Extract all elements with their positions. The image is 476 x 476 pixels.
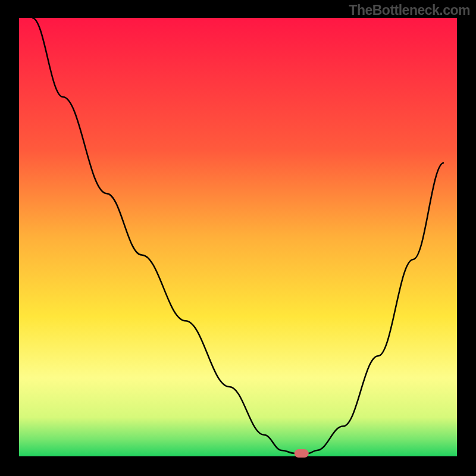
watermark-text: TheBottleneck.com [349, 2, 470, 18]
bottleneck-chart [0, 0, 476, 476]
optimal-marker [295, 449, 309, 458]
plot-background [19, 18, 457, 457]
chart-container: TheBottleneck.com [0, 0, 476, 476]
